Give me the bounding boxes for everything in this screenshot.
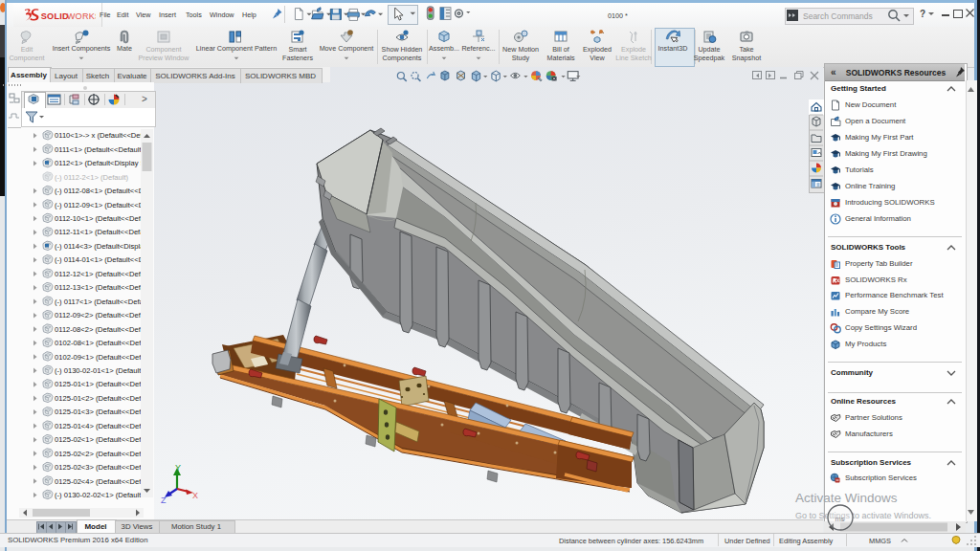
svg-text:Z: Z bbox=[161, 496, 167, 505]
svg-text:0125-02<1> (Default<<Defa: 0125-02<1> (Default<<Defa bbox=[55, 435, 145, 444]
svg-text:0102-08<1> (Default<<Def: 0102-08<1> (Default<<Def bbox=[55, 339, 142, 347]
svg-text:0125-02<4> (Default<<Defa: 0125-02<4> (Default<<Defa bbox=[55, 477, 145, 486]
svg-text:0110<1>-> x (Default<<Def: 0110<1>-> x (Default<<Def bbox=[55, 131, 144, 140]
svg-text:(-) 0112-08<1> (Default<<D: (-) 0112-08<1> (Default<<D bbox=[55, 187, 145, 195]
svg-text:0112-12<1> (Default<<Defa: 0112-12<1> (Default<<Defa bbox=[55, 270, 145, 278]
svg-text:0112-11<1> (Default<<Defa: 0112-11<1> (Default<<Defa bbox=[55, 228, 145, 236]
svg-text:0112-10<1> (Default<<Defa: 0112-10<1> (Default<<Defa bbox=[55, 214, 145, 223]
svg-text:0112-08<2> (Default<<Def: 0112-08<2> (Default<<Def bbox=[55, 325, 142, 334]
svg-text:(-) 0114<3> (Default<Displa: (-) 0114<3> (Default<Displa bbox=[55, 242, 145, 251]
svg-text:0125-01<1> (Default<<Defa: 0125-01<1> (Default<<Defa bbox=[55, 380, 145, 388]
svg-text:Y: Y bbox=[175, 463, 181, 473]
svg-text:0125-02<3> (Default<<Defa: 0125-02<3> (Default<<Defa bbox=[55, 463, 145, 472]
svg-text:0112-13<1> (Default<<Defa: 0112-13<1> (Default<<Defa bbox=[55, 283, 145, 292]
svg-text:0125-01<3> (Default<<Defa: 0125-01<3> (Default<<Defa bbox=[55, 408, 145, 416]
svg-text:0112<1> (Default<Display S: 0112<1> (Default<Display S bbox=[55, 159, 145, 167]
svg-text:X: X bbox=[192, 491, 198, 500]
svg-text:0112-09<2> (Default<<Def: 0112-09<2> (Default<<Def bbox=[55, 311, 142, 320]
svg-text:(-) 0117<1> (Default<<Defa: (-) 0117<1> (Default<<Defa bbox=[55, 298, 145, 306]
svg-text:ms: ms bbox=[835, 515, 845, 523]
svg-text:0102-09<1> (Default<<Def: 0102-09<1> (Default<<Def bbox=[55, 353, 142, 362]
svg-text:0111<1> (Default<<Default: 0111<1> (Default<<Default bbox=[55, 145, 142, 154]
svg-text:(-) 0112-2<1> (Default): (-) 0112-2<1> (Default) bbox=[55, 173, 129, 182]
svg-text:(-) 0130-02-01<1> (Default-: (-) 0130-02-01<1> (Default- bbox=[55, 366, 144, 375]
svg-text:(-) 0130-02-02<1> (Default-: (-) 0130-02-02<1> (Default- bbox=[55, 491, 144, 499]
svg-text:0125-02<2> (Default<<Defa: 0125-02<2> (Default<<Defa bbox=[55, 450, 145, 458]
svg-text:(-) 0114-01<1> (Default<<D: (-) 0114-01<1> (Default<<D bbox=[55, 255, 145, 264]
svg-text:0125-01<2> (Default<<Defa: 0125-01<2> (Default<<Defa bbox=[55, 394, 145, 403]
svg-text:(-) 0112-09<1> (Default<<D: (-) 0112-09<1> (Default<<D bbox=[55, 201, 145, 209]
svg-text:0125-01<4> (Default<<Defa: 0125-01<4> (Default<<Defa bbox=[55, 422, 145, 430]
